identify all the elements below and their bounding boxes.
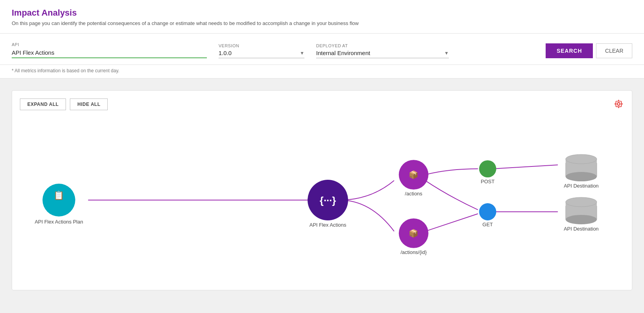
svg-text:{···}: {···}	[320, 195, 336, 206]
svg-text:API Flex Actions: API Flex Actions	[310, 222, 347, 228]
search-bar: API Version 1.0.0 ▼ Deployed at Internal…	[0, 34, 644, 65]
focus-icon[interactable]	[613, 98, 624, 109]
svg-text:/actions/{id}: /actions/{id}	[400, 249, 427, 255]
diagram-container: EXPAND ALL HIDE ALL	[12, 90, 632, 290]
hide-all-button[interactable]: HIDE ALL	[70, 98, 108, 110]
svg-point-17	[479, 160, 496, 177]
diagram-section: EXPAND ALL HIDE ALL	[0, 79, 644, 302]
page-header: Impact Analysis On this page you can ide…	[0, 0, 644, 34]
svg-point-30	[566, 215, 597, 224]
page-subtitle: On this page you can identify the potent…	[12, 20, 632, 26]
api-input[interactable]	[12, 48, 207, 58]
page-title: Impact Analysis	[12, 8, 632, 18]
version-value: 1.0.0	[219, 50, 300, 56]
version-field-group: Version 1.0.0 ▼	[219, 43, 304, 58]
svg-text:GET: GET	[482, 222, 493, 227]
svg-text:📋: 📋	[53, 190, 64, 200]
deployed-value: Internal Environment	[316, 50, 444, 56]
svg-point-19	[479, 203, 496, 220]
expand-all-button[interactable]: EXPAND ALL	[20, 98, 66, 110]
svg-rect-1	[616, 101, 621, 107]
svg-text:📦: 📦	[409, 170, 418, 179]
svg-text:📦: 📦	[409, 229, 418, 238]
deployed-dropdown-icon: ▼	[444, 50, 449, 56]
clear-button[interactable]: CLEAR	[596, 43, 632, 58]
svg-text:API Destination: API Destination	[564, 226, 598, 232]
svg-point-23	[566, 172, 597, 181]
api-label: API	[12, 42, 207, 47]
flow-diagram: 📋 API Flex Actions Plan {···} API Flex A…	[20, 118, 624, 282]
deployed-label: Deployed at	[316, 43, 449, 48]
diagram-toolbar: EXPAND ALL HIDE ALL	[20, 98, 624, 110]
metrics-note: * All metrics information is based on th…	[0, 65, 644, 79]
api-field-group: API	[12, 42, 207, 58]
svg-text:/actions: /actions	[405, 191, 422, 197]
svg-text:POST: POST	[481, 179, 495, 184]
svg-text:API Destination: API Destination	[564, 183, 598, 189]
search-button-group: SEARCH CLEAR	[546, 43, 632, 58]
version-label: Version	[219, 43, 304, 48]
search-button[interactable]: SEARCH	[546, 43, 593, 58]
svg-text:API Flex Actions Plan: API Flex Actions Plan	[35, 219, 83, 225]
deployed-select[interactable]: Internal Environment ▼	[316, 50, 449, 58]
version-dropdown-icon: ▼	[300, 50, 304, 56]
svg-line-3	[491, 165, 558, 169]
svg-point-0	[617, 103, 620, 106]
deployed-field-group: Deployed at Internal Environment ▼	[316, 43, 449, 58]
version-select[interactable]: 1.0.0 ▼	[219, 50, 304, 58]
